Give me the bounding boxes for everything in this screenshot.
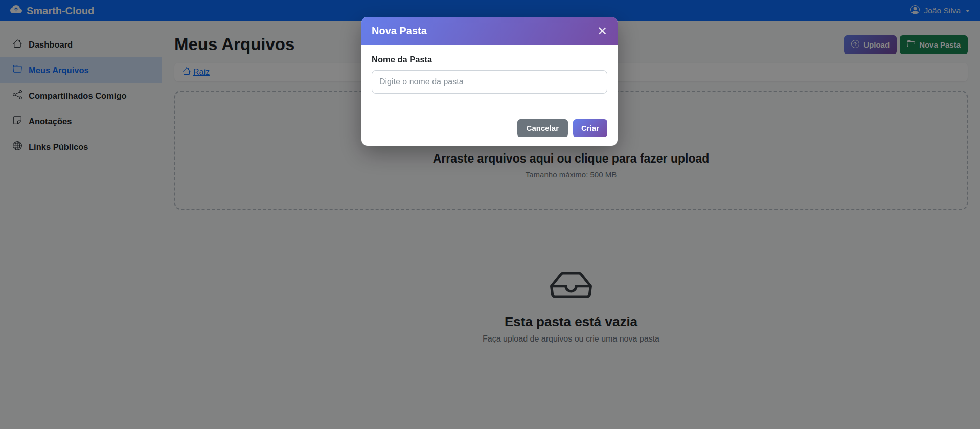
new-folder-modal: Nova Pasta ✕ Nome da Pasta Cancelar Cria…	[361, 17, 618, 146]
folder-name-input[interactable]	[372, 70, 607, 94]
cancel-button[interactable]: Cancelar	[517, 119, 568, 137]
close-icon[interactable]: ✕	[597, 25, 607, 37]
create-button[interactable]: Criar	[573, 119, 607, 137]
modal-title: Nova Pasta	[372, 25, 427, 37]
modal-header: Nova Pasta ✕	[361, 17, 618, 45]
folder-name-label: Nome da Pasta	[372, 55, 607, 64]
modal-footer: Cancelar Criar	[361, 110, 618, 146]
modal-body: Nome da Pasta	[361, 45, 618, 110]
